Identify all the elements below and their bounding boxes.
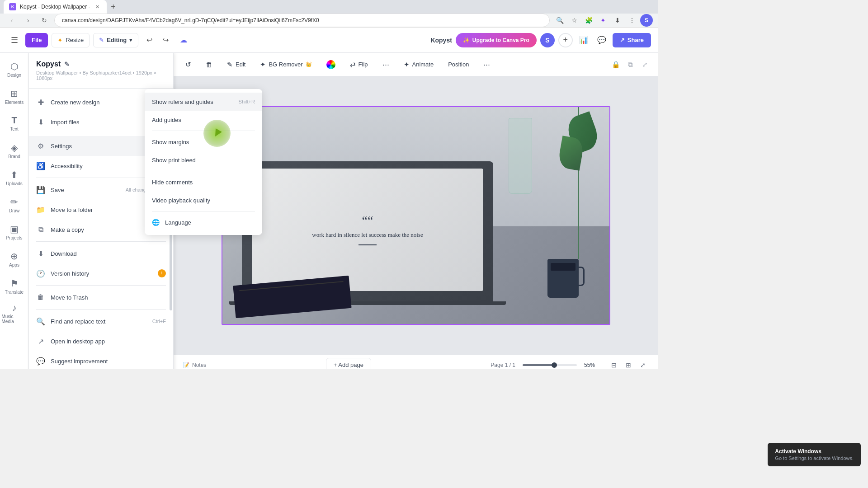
find-icon: 🔍 — [36, 317, 45, 326]
sidebar-item-design[interactable]: ⬡ Design — [2, 56, 27, 82]
zoom-level: 55% — [584, 362, 600, 368]
lock-icons-group: 🔒 ⧉ ⤢ — [609, 58, 651, 71]
canvas-bg-remover-button[interactable]: ✦ BG Remover 👑 — [255, 57, 316, 72]
duplicate-button[interactable]: ⧉ — [624, 58, 637, 71]
copy-icon: ⧉ — [36, 225, 45, 234]
share-button[interactable]: ↗ Share — [613, 33, 651, 47]
address-input[interactable]: canva.com/design/DAGPJTKvAhs/F4VCb2dag6V… — [54, 14, 550, 27]
zoom-button[interactable]: 🔍 — [553, 14, 566, 27]
canvas-edit-button[interactable]: ✎ Edit — [222, 57, 250, 72]
refresh-icon: ↺ — [185, 61, 191, 69]
comments-button[interactable]: 💬 — [594, 33, 609, 47]
notes-button[interactable]: 📝 Notes — [183, 362, 206, 368]
sidebar-item-elements[interactable]: ⊞ Elements — [2, 84, 27, 109]
canvas-more-button[interactable]: ⋯ — [479, 57, 495, 72]
file-menu-title: Kopyst ✎ — [36, 60, 166, 68]
sidebar-item-translate[interactable]: ⚑ Translate — [2, 273, 27, 299]
canvas-position-button[interactable]: Position — [443, 57, 473, 72]
cursor-indicator — [203, 120, 231, 147]
add-page-button[interactable]: + Add page — [326, 358, 371, 369]
version-badge: ! — [158, 269, 166, 277]
download-icon: ⬇ — [36, 249, 45, 258]
hamburger-button[interactable]: ☰ — [7, 33, 22, 47]
quote-underline — [359, 244, 377, 245]
zoom-thumb[interactable] — [552, 362, 557, 368]
edit-title-icon[interactable]: ✎ — [64, 61, 70, 68]
fullscreen-button[interactable]: ⤢ — [637, 359, 649, 369]
canvas-flip-button[interactable]: ⇄ Flip — [345, 57, 373, 72]
extensions-button[interactable]: 🧩 — [582, 14, 595, 27]
file-menu-header: Kopyst ✎ Desktop Wallpaper • By Sophiapa… — [29, 53, 173, 89]
undo-redo-group: ↩ ↪ — [142, 33, 173, 47]
sidebar-item-brand[interactable]: ◈ Brand — [2, 138, 27, 163]
notes-icon: 📝 — [183, 362, 189, 368]
canvas-dots-button[interactable]: ⋯ — [378, 57, 394, 72]
canvas-delete-button[interactable]: 🗑 — [201, 57, 217, 72]
mug-handle — [577, 267, 585, 286]
submenu-add-guides[interactable]: Add guides — [145, 111, 262, 129]
folder-icon: 📁 — [36, 206, 45, 214]
bg-remover-icon: ✦ — [260, 61, 266, 69]
user-avatar[interactable]: S — [540, 33, 555, 47]
file-menu-move-to-trash[interactable]: 🗑 Move to Trash — [29, 287, 173, 307]
canvas-animate-button[interactable]: ✦ Animate — [399, 57, 439, 72]
file-menu-suggest-improvement[interactable]: 💬 Suggest improvement — [29, 351, 173, 369]
cloud-save-button[interactable]: ☁ — [176, 33, 191, 47]
submenu-language[interactable]: 🌐 Language — [145, 213, 262, 231]
elements-icon: ⊞ — [10, 88, 18, 99]
apps-icon: ⊕ — [10, 251, 18, 262]
download-button[interactable]: ⬇ — [611, 14, 624, 27]
find-shortcut: Ctrl+F — [152, 319, 166, 324]
sidebar-item-music-media[interactable]: ♪ Music Media — [2, 300, 27, 326]
canvas-refresh-button[interactable]: ↺ — [181, 57, 196, 72]
redo-button[interactable]: ↪ — [158, 33, 173, 47]
tab-close-button[interactable]: ✕ — [94, 3, 101, 10]
sidebar-item-draw[interactable]: ✏ Draw — [2, 192, 27, 217]
profile-button[interactable]: S — [640, 14, 653, 27]
analytics-button[interactable]: 📊 — [576, 33, 591, 47]
design-canvas[interactable]: ““ work hard in silence let success make… — [222, 106, 610, 325]
lock-button[interactable]: 🔒 — [609, 58, 622, 71]
upgrade-button[interactable]: ✨ Upgrade to Canva Pro — [456, 33, 537, 47]
sidebar-item-apps[interactable]: ⊕ Apps — [2, 246, 27, 272]
file-menu-open-desktop[interactable]: ↗ Open in desktop app — [29, 331, 173, 351]
file-menu-find-replace[interactable]: 🔍 Find and replace text Ctrl+F — [29, 311, 173, 331]
submenu-hide-comments[interactable]: Hide comments — [145, 173, 262, 191]
zoom-slider[interactable] — [523, 364, 577, 366]
sidebar-item-uploads[interactable]: ⬆ Uploads — [2, 165, 27, 190]
file-button[interactable]: File — [25, 33, 48, 47]
list-view-button[interactable]: ⊞ — [622, 359, 635, 369]
upgrade-icon: ✨ — [463, 37, 470, 43]
back-button[interactable]: ‹ — [5, 14, 18, 27]
sidebar-item-text[interactable]: T Text — [2, 111, 27, 136]
zoom-track[interactable] — [523, 364, 577, 366]
settings-button[interactable]: ⋮ — [626, 14, 638, 27]
plant — [555, 107, 602, 259]
canvas-color-button[interactable] — [322, 57, 340, 72]
canva-extension[interactable]: ✦ — [597, 14, 609, 27]
laptop-screen-content: ““ work hard in silence let success make… — [252, 169, 483, 291]
undo-button[interactable]: ↩ — [142, 33, 156, 47]
submenu-show-rulers[interactable]: Show rulers and guides Shift+R — [145, 93, 262, 111]
cursor-arrow — [212, 128, 222, 138]
file-menu-version-history[interactable]: 🕐 Version history ! — [29, 263, 173, 283]
desktop-icon: ↗ — [36, 337, 45, 346]
expand-button[interactable]: ⤢ — [638, 58, 651, 71]
grid-view-button[interactable]: ⊟ — [608, 359, 620, 369]
file-menu-download[interactable]: ⬇ Download — [29, 244, 173, 263]
active-tab[interactable]: K Kopyst - Desktop Wallpaper - ✕ — [4, 0, 107, 14]
share-icon: ↗ — [620, 37, 625, 43]
submenu-video-playback[interactable]: Video playback quality — [145, 191, 262, 209]
new-tab-button[interactable]: + — [107, 0, 120, 14]
sidebar-item-projects[interactable]: ▣ Projects — [2, 219, 27, 244]
bookmark-button[interactable]: ☆ — [568, 14, 580, 27]
color-wheel-icon — [326, 60, 335, 69]
editing-button[interactable]: ✎ Editing ▾ — [93, 33, 138, 47]
plus-button[interactable]: + — [558, 33, 573, 47]
music-icon: ♪ — [12, 303, 17, 313]
resize-button[interactable]: ✦ Resize — [52, 33, 90, 47]
submenu-show-print-bleed[interactable]: Show print bleed — [145, 151, 262, 169]
refresh-button[interactable]: ↻ — [38, 14, 51, 27]
language-globe-icon: 🌐 — [152, 219, 160, 226]
forward-button[interactable]: › — [22, 14, 34, 27]
